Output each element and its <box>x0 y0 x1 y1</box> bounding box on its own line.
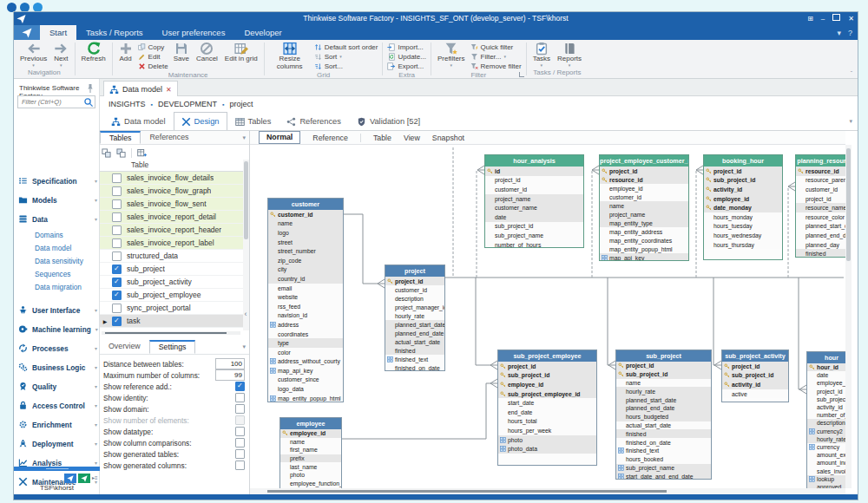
chevron-icon[interactable]: ▾ <box>95 441 97 447</box>
tree-collapse-icon[interactable] <box>102 148 111 158</box>
table-row-sales-invoice-flow-details[interactable]: sales_invoice_flow_details <box>100 172 243 185</box>
dialog-launcher-icon[interactable] <box>519 72 524 77</box>
window-dot-3[interactable] <box>33 3 43 12</box>
help-icon[interactable]: ? <box>848 29 852 37</box>
window-switch-icon[interactable]: ⊞ <box>807 12 813 25</box>
table-checkbox[interactable] <box>112 278 122 287</box>
sidebar-item-data[interactable]: Data▾ <box>18 212 97 225</box>
table-row-sub-project-employee[interactable]: sub_project_employee <box>100 289 243 302</box>
setting-checkbox[interactable] <box>235 427 245 436</box>
tab-tables[interactable]: Tables <box>227 112 279 130</box>
add-button[interactable]: Add <box>115 42 136 63</box>
table-checkbox[interactable] <box>112 238 122 248</box>
chevron-icon[interactable]: ▾ <box>95 364 97 370</box>
table-checkbox[interactable] <box>112 186 122 196</box>
table-row-sales-invoice-flow-sent[interactable]: sales_invoice_flow_sent <box>100 198 243 211</box>
tree-expand-icon[interactable] <box>116 148 126 158</box>
sidebar-item-deployment[interactable]: Deployment▾ <box>18 437 97 450</box>
menu-view-button[interactable] <box>64 474 76 483</box>
table-checkbox[interactable] <box>112 291 122 300</box>
table-checkbox[interactable] <box>112 173 122 183</box>
breadcrumb-project[interactable]: project <box>230 100 253 108</box>
tab-overflow-icon[interactable]: ▾ <box>849 118 852 125</box>
sidebar-subitem-domains[interactable]: Domains <box>35 231 63 239</box>
diagram-canvas[interactable]: customercustomer_idnamelogostreetstreet_… <box>250 145 845 488</box>
tab-data-model[interactable]: Data model <box>103 112 174 130</box>
ribbon-tab-user-preferences[interactable]: User preferences <box>153 25 235 40</box>
sidebar-item-user-interface[interactable]: User Interface▾ <box>18 304 97 317</box>
cancel-button[interactable]: Cancel <box>193 42 221 63</box>
table-checkbox[interactable] <box>112 212 122 222</box>
table-row-structured-data[interactable]: structured_data <box>100 250 243 263</box>
update-button[interactable]: Update... <box>387 52 425 61</box>
chevron-icon[interactable]: ▾ <box>95 421 97 428</box>
table-row-sub-project[interactable]: sub_project <box>100 263 243 276</box>
window-dot-1[interactable] <box>7 3 16 12</box>
chevron-icon[interactable]: ▾ <box>95 402 97 408</box>
table-checkbox[interactable] <box>112 265 122 274</box>
remove-filter-button[interactable]: Remove filter <box>470 62 522 70</box>
pin-icon[interactable] <box>85 83 95 94</box>
copy-button[interactable]: Copy <box>138 42 168 51</box>
panel-tab-references[interactable]: References <box>141 131 197 144</box>
collapse-panel-button[interactable]: ‹ <box>241 305 250 323</box>
chevron-icon[interactable]: ▾ <box>95 326 98 332</box>
ribbon-tab-tasks-reports[interactable]: Tasks / Reports <box>76 25 152 40</box>
sidebar-item-enrichment[interactable]: Enrichment▾ <box>18 418 97 431</box>
sidebar-item-access-control[interactable]: Access Control▾ <box>18 399 97 412</box>
chevron-icon[interactable]: ▾ <box>95 197 97 203</box>
table-row-sync-project-portal[interactable]: sync_project_portal <box>100 302 243 315</box>
sort-button[interactable]: Sort▾ <box>314 52 378 61</box>
setting-input[interactable]: 99 <box>215 369 245 381</box>
diagram-table-project-employee-customer-ma[interactable]: project_employee_customer_maproject_idre… <box>599 154 689 261</box>
minimize-icon[interactable]: ‒ <box>821 12 825 25</box>
canvas-hscrollbar[interactable] <box>250 488 845 494</box>
view-mode-view[interactable]: View <box>404 134 420 142</box>
sidebar-item-specification[interactable]: Specification▾ <box>18 174 97 187</box>
table-row-sales-invoice-report-header[interactable]: sales_invoice_report_header <box>100 224 243 237</box>
diagram-table-sub-project-activity[interactable]: sub_project_activityproject_idsub_projec… <box>721 349 789 402</box>
edit-button[interactable]: Edit <box>138 52 168 61</box>
previous-button[interactable]: Previous▾ <box>16 42 50 67</box>
close-icon[interactable]: ✕ <box>848 12 854 25</box>
grid-add-icon[interactable] <box>137 148 147 158</box>
setting-checkbox[interactable] <box>235 449 245 459</box>
menu-more-icon[interactable]: ▸≡ <box>92 474 98 480</box>
menu-view-alt-button[interactable] <box>78 474 90 483</box>
window-dot-2[interactable] <box>20 3 30 12</box>
table-list-hscrollbar[interactable] <box>102 331 240 335</box>
view-mode-reference[interactable]: Reference <box>312 134 348 142</box>
tab-validation-52[interactable]: Validation [52] <box>349 112 428 130</box>
sort-button[interactable]: Sort... <box>314 62 378 70</box>
save-button[interactable]: Save <box>170 42 193 63</box>
view-mode-table[interactable]: Table <box>373 134 391 142</box>
filter-button[interactable]: Filter...▾ <box>470 52 522 61</box>
breadcrumb-insights[interactable]: INSIGHTS <box>108 100 146 108</box>
sidebar-subitem-data-sensitivity[interactable]: Data sensitivity <box>35 257 83 265</box>
delete-button[interactable]: Delete <box>138 62 168 70</box>
chevron-icon[interactable]: ▾ <box>95 345 97 351</box>
resize-columns-button[interactable]: Resize columns <box>267 42 312 71</box>
ribbon-tab-start[interactable]: Start <box>40 25 76 40</box>
sidebar-item-processes[interactable]: Processes▾ <box>18 342 97 355</box>
panel-tab-tables[interactable]: Tables <box>100 131 141 144</box>
setting-checkbox[interactable] <box>235 461 245 470</box>
export-button[interactable]: Export... <box>387 62 425 70</box>
refresh-button[interactable]: Refresh <box>78 42 109 63</box>
canvas-vscrollbar[interactable] <box>845 145 852 488</box>
reports-button[interactable]: Reports▾ <box>554 42 585 67</box>
diagram-table-customer[interactable]: customercustomer_idnamelogostreetstreet_… <box>267 198 344 402</box>
application-menu-button[interactable] <box>14 25 40 40</box>
setting-checkbox[interactable] <box>235 404 245 414</box>
sidebar-subitem-sequences[interactable]: Sequences <box>35 270 71 278</box>
tab-references[interactable]: References <box>279 112 349 130</box>
panel-tab-overview[interactable]: Overview <box>100 340 149 354</box>
table-row-task[interactable]: ▶task <box>100 315 243 328</box>
import-button[interactable]: Import... <box>387 42 425 51</box>
table-checkbox[interactable] <box>112 225 122 235</box>
tab-design[interactable]: Design <box>174 112 227 130</box>
chevron-icon[interactable]: ▾ <box>95 178 97 184</box>
panel-tab-settings[interactable]: Settings <box>149 340 196 354</box>
panel-tab-caret-icon[interactable]: ▾ <box>242 131 246 144</box>
diagram-table-booking-hour[interactable]: booking_hourproject_idsub_project_idacti… <box>703 154 783 260</box>
